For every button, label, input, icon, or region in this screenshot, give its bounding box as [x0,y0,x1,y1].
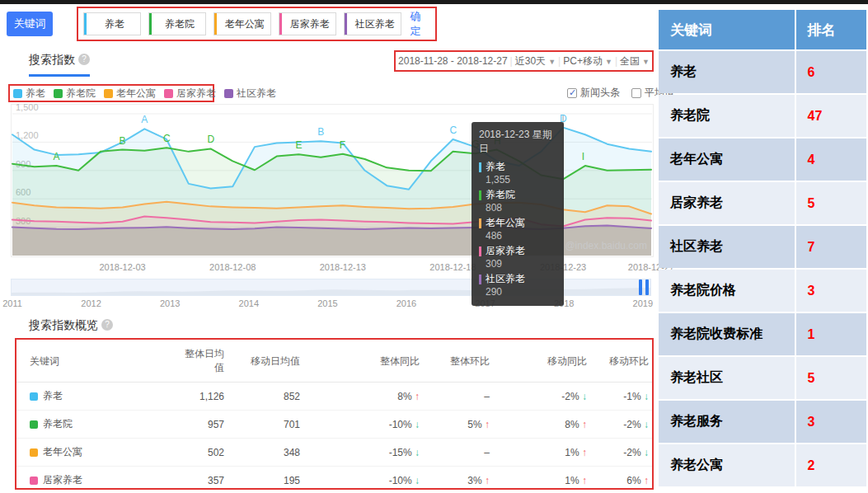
rank-row: 养老服务3 [659,401,866,443]
tooltip-series-name: 居家养老 [479,244,556,258]
keyword-input[interactable]: 养老院 [148,12,206,35]
period-select[interactable]: 近30天▼ [515,54,556,68]
rank-keyword: 养老院 [659,95,795,137]
keyword-button[interactable]: 关键词 [7,12,53,36]
window-top-edge [0,0,868,4]
date-range[interactable]: 2018-11-28 - 2018-12-27 [398,55,508,67]
rank-table: 关键词排名 养老6养老院47老年公寓4居家养老5社区养老7养老院价格3养老院收费… [657,8,868,488]
arrow-down-icon: ↓ [641,447,649,458]
metric-cell: 6% ↑ [590,467,652,493]
timeline-year-label: 2016 [390,298,423,308]
metric-cell: -2% ↓ [590,411,652,439]
legend-swatch [54,89,63,98]
tooltip-series-name: 养老院 [479,188,556,202]
row-keyword-label: 养老院 [43,417,73,431]
rank-row: 养老院价格3 [659,270,866,312]
metric-cell: – [423,383,493,411]
keyword-input-value: 社区养老 [355,18,395,30]
table-row[interactable]: 养老1,1268528% ↑–-2% ↓-1% ↓ [16,383,652,411]
checkbox-label: 新闻头条 [580,86,620,100]
device-select[interactable]: PC+移动▼ [563,54,612,68]
chevron-down-icon: ▼ [605,58,612,66]
rank-value: 5 [796,357,866,399]
arrow-down-icon: ↓ [641,419,649,430]
keyword-color-bar [279,13,282,35]
svg-text:F: F [340,139,345,151]
tooltip-series-name: 养老 [479,160,556,174]
column-header: 整体环比 [423,340,493,383]
row-keyword-cell: 养老 [16,383,173,411]
legend-label: 养老 [26,87,45,101]
rank-keyword: 居家养老 [659,182,795,224]
table-row[interactable]: 养老院957701-10% ↓5% ↑8% ↑-2% ↓ [16,411,652,439]
row-color-swatch [30,420,38,429]
rank-row: 养老公寓2 [659,444,866,486]
tooltip-color-bar [479,218,481,228]
rank-keyword: 老年公寓 [659,139,795,181]
checkbox-unchecked-icon[interactable] [631,88,641,98]
legend-item[interactable]: 社区养老 [224,87,276,101]
tooltip-item: 居家养老309 [479,244,556,270]
help-icon[interactable]: ? [78,54,90,65]
tooltip-item: 社区养老290 [479,272,556,298]
keyword-rank-panel: 关键词排名 养老6养老院47老年公寓4居家养老5社区养老7养老院价格3养老院收费… [657,8,868,488]
rank-value: 5 [796,182,866,224]
column-header: 移动日均值 [228,340,303,383]
tooltip-color-bar [479,275,481,284]
keyword-input[interactable]: 养老 [83,12,141,35]
keyword-input-value: 养老 [105,18,124,30]
arrow-up-icon: ↑ [482,475,490,486]
table-row[interactable]: 老年公寓502348-15% ↓–1% ↑-2% ↓ [16,439,652,467]
chart-tooltip: 2018-12-23 星期日 养老1,355养老院808老年公寓486居家养老3… [472,122,564,306]
tooltip-color-bar [479,162,481,172]
slider-handle-right[interactable] [645,279,649,295]
row-keyword-cell: 老年公寓 [16,439,173,467]
confirm-link[interactable]: 确定 [411,9,430,39]
option-checkbox-news[interactable]: 新闻头条 [567,86,620,100]
table-row[interactable]: 居家养老357195-10% ↓3% ↑1% ↑6% ↑ [16,467,652,493]
legend-label: 居家养老 [176,87,216,101]
metric-cell: 348 [228,439,303,467]
tooltip-name-text: 养老院 [486,188,515,202]
overview-section-title: 搜索指数概览? [29,318,113,333]
metric-cell: 701 [228,411,303,439]
help-icon[interactable]: ? [101,319,113,331]
metric-cell: 357 [173,467,228,493]
metric-cell: – [423,439,493,467]
metric-cell: -2% ↓ [590,439,652,467]
rank-row: 养老院47 [659,95,866,137]
tab-search-index[interactable]: 搜索指数? [29,53,90,77]
rank-value: 7 [796,226,866,268]
keyword-input[interactable]: 居家养老 [279,12,336,35]
keyword-input[interactable]: 老年公寓 [213,12,271,35]
legend-item[interactable]: 老年公寓 [104,87,156,101]
column-header: 整体同比 [303,340,423,383]
keyword-input[interactable]: 社区养老 [344,12,401,35]
column-header: 关键词 [16,340,173,383]
legend-item[interactable]: 养老 [13,87,45,101]
metric-cell: -10% ↓ [303,467,423,493]
rank-keyword: 养老服务 [659,401,795,443]
rank-keyword: 养老院收费标准 [659,313,795,355]
checkbox-checked-icon[interactable] [567,88,577,98]
rank-value: 4 [796,139,866,181]
tooltip-series-name: 社区养老 [479,272,556,286]
arrow-down-icon: ↓ [412,419,420,430]
metric-cell: 957 [173,411,228,439]
legend-item[interactable]: 居家养老 [164,87,216,101]
region-select[interactable]: 全国▼ [620,54,650,68]
x-axis-label: 2018-12-03 [90,262,156,272]
tooltip-name-text: 养老 [486,160,505,174]
arrow-up-icon: ↑ [482,419,490,430]
chart-controls-annotation-box: 2018-11-28 - 2018-12-27 | 近30天▼ | PC+移动▼… [394,50,654,72]
chevron-down-icon: ▼ [642,58,650,66]
legend-item[interactable]: 养老院 [54,87,96,101]
metric-cell: 3% ↑ [423,467,493,493]
metric-cell: 195 [228,467,303,493]
svg-text:@index.baidu.com: @index.baidu.com [565,240,647,251]
svg-text:A: A [141,114,148,125]
row-color-swatch [30,392,38,401]
tooltip-name-text: 居家养老 [486,244,525,258]
svg-text:1,500: 1,500 [16,104,39,112]
slider-handle-left[interactable] [639,279,642,295]
